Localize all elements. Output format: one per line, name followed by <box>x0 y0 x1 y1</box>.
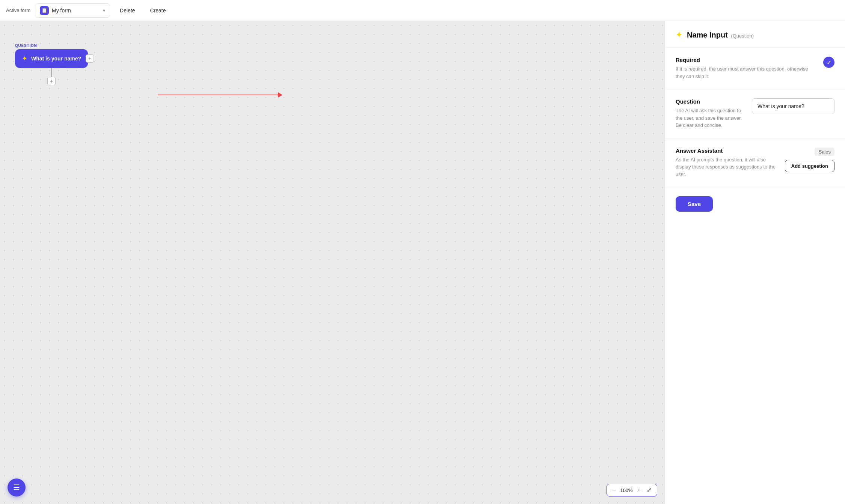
question-input[interactable] <box>752 98 834 114</box>
save-button[interactable]: Save <box>676 196 713 212</box>
answer-assistant-title: Answer Assistant <box>676 147 779 154</box>
arrow-annotation <box>158 92 282 98</box>
question-input-area <box>752 98 834 114</box>
form-selector[interactable]: 📋 My form ▾ <box>35 3 110 18</box>
form-icon: 📋 <box>40 6 49 15</box>
create-button[interactable]: Create <box>145 5 171 16</box>
panel-sparkle-icon: ✦ <box>676 30 682 40</box>
node-connector: + <box>15 68 88 85</box>
panel-title: Name Input <box>687 31 728 39</box>
question-section: Question The AI will ask this question t… <box>665 89 845 138</box>
check-icon: ✓ <box>827 59 831 66</box>
menu-icon: ☰ <box>13 483 20 492</box>
answer-assistant-controls: Sales Add suggestion <box>785 147 834 172</box>
zoom-value: 100% <box>620 487 632 493</box>
node-question-text: What is your name? <box>31 56 81 62</box>
active-form-label: Active form <box>6 8 30 13</box>
add-bottom-button[interactable]: + <box>47 77 56 85</box>
question-desc: The AI will ask this question to the use… <box>676 107 746 129</box>
required-desc: If it is required, the user must answer … <box>676 65 817 80</box>
header: Active form 📋 My form ▾ Delete Create <box>0 0 845 21</box>
question-node: QUESTION ✦ What is your name? + + <box>15 44 88 85</box>
zoom-in-button[interactable]: + <box>636 486 642 494</box>
node-card[interactable]: ✦ What is your name? <box>15 49 88 68</box>
zoom-controls: − 100% + ⤢ <box>607 484 657 496</box>
main-layout: QUESTION ✦ What is your name? + + − 100%… <box>0 21 845 504</box>
panel-subtitle: (Question) <box>731 33 754 39</box>
answer-assistant-content: Answer Assistant As the AI prompts the q… <box>676 147 779 178</box>
required-section: Required If it is required, the user mus… <box>665 48 845 89</box>
zoom-out-button[interactable]: − <box>611 486 617 494</box>
sparkle-icon: ✦ <box>22 54 27 63</box>
question-content: Question The AI will ask this question t… <box>676 98 746 129</box>
right-panel: ✦ Name Input (Question) Required If it i… <box>665 21 845 504</box>
panel-footer: Save <box>665 187 845 221</box>
answer-assistant-section: Answer Assistant As the AI prompts the q… <box>665 138 845 188</box>
node-badge: QUESTION <box>15 44 88 48</box>
delete-button[interactable]: Delete <box>115 5 140 16</box>
required-title: Required <box>676 57 817 63</box>
canvas[interactable]: QUESTION ✦ What is your name? + + − 100%… <box>0 21 665 504</box>
question-label: Question <box>676 98 746 105</box>
panel-header: ✦ Name Input (Question) <box>665 21 845 48</box>
arrow-head <box>278 92 282 98</box>
arrow-line <box>158 95 278 95</box>
chevron-down-icon: ▾ <box>103 8 105 13</box>
add-suggestion-button[interactable]: Add suggestion <box>785 160 834 172</box>
add-right-button[interactable]: + <box>86 54 94 63</box>
required-checkbox[interactable]: ✓ <box>823 57 834 68</box>
panel-title-group: Name Input (Question) <box>687 31 754 39</box>
answer-assistant-desc: As the AI prompts the question, it will … <box>676 156 779 178</box>
sales-tag: Sales <box>815 147 834 156</box>
form-name: My form <box>52 8 100 14</box>
required-check-area[interactable]: ✓ <box>823 57 834 68</box>
fab-menu-button[interactable]: ☰ <box>8 478 26 496</box>
zoom-expand-button[interactable]: ⤢ <box>645 486 653 494</box>
connector-line <box>51 68 52 77</box>
required-content: Required If it is required, the user mus… <box>676 57 817 80</box>
